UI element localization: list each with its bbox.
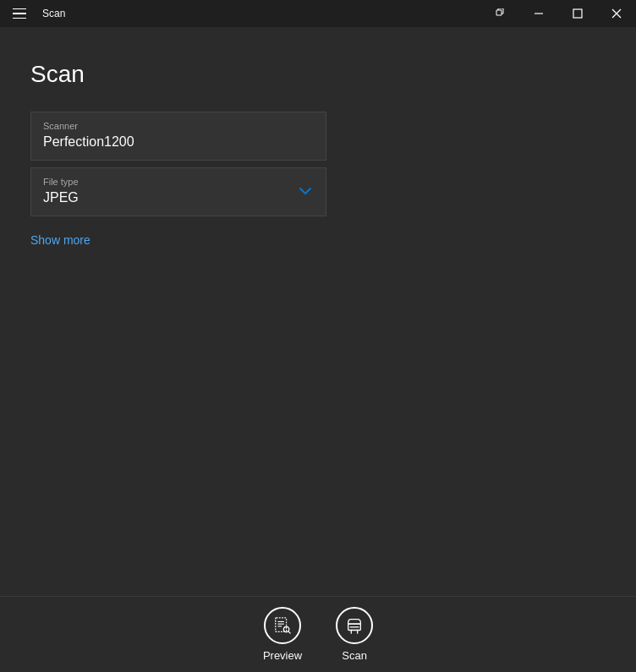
scanner-label: Scanner bbox=[43, 121, 314, 131]
bottom-bar: Preview Scan bbox=[0, 596, 636, 672]
preview-button[interactable]: Preview bbox=[263, 607, 302, 662]
main-content: Scan Scanner Perfection1200 File type JP… bbox=[0, 27, 636, 596]
filetype-value: JPEG bbox=[43, 190, 297, 205]
app-title: Scan bbox=[39, 8, 480, 19]
close-button[interactable] bbox=[597, 0, 636, 27]
minimize-icon bbox=[534, 8, 544, 19]
hamburger-icon bbox=[13, 8, 26, 19]
preview-label: Preview bbox=[263, 649, 302, 662]
scan-label: Scan bbox=[342, 649, 367, 662]
left-panel: Scan Scanner Perfection1200 File type JP… bbox=[0, 27, 347, 596]
page-title: Scan bbox=[30, 61, 326, 88]
restore-button[interactable] bbox=[480, 0, 519, 27]
scanner-field: Scanner Perfection1200 bbox=[30, 112, 326, 161]
scan-icon-circle bbox=[336, 607, 373, 644]
scan-button[interactable]: Scan bbox=[336, 607, 373, 662]
scan-icon bbox=[345, 616, 364, 635]
svg-rect-4 bbox=[276, 618, 287, 632]
close-icon bbox=[611, 8, 622, 19]
menu-button[interactable] bbox=[0, 0, 39, 27]
window-controls bbox=[480, 0, 636, 27]
maximize-button[interactable] bbox=[558, 0, 597, 27]
svg-rect-1 bbox=[573, 9, 582, 18]
minimize-button[interactable] bbox=[519, 0, 558, 27]
right-panel bbox=[347, 27, 636, 596]
filetype-label: File type bbox=[43, 177, 297, 187]
svg-line-9 bbox=[288, 631, 290, 633]
maximize-icon bbox=[573, 8, 583, 19]
filetype-dropdown[interactable]: File type JPEG bbox=[30, 167, 326, 216]
scanner-value: Perfection1200 bbox=[43, 134, 314, 150]
chevron-down-icon bbox=[297, 183, 314, 204]
preview-icon bbox=[273, 616, 292, 635]
filetype-content: File type JPEG bbox=[43, 177, 297, 205]
show-more-link[interactable]: Show more bbox=[30, 233, 326, 247]
title-bar: Scan bbox=[0, 0, 636, 27]
restore-icon bbox=[495, 8, 505, 19]
preview-icon-circle bbox=[264, 607, 301, 644]
